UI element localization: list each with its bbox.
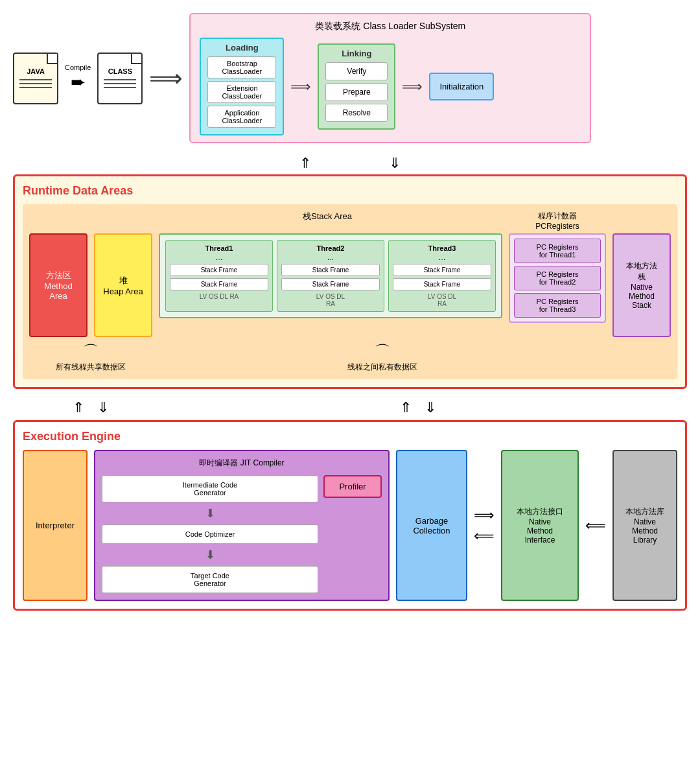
thread1-lv: LV OS DL RA: [170, 293, 268, 300]
method-area-label: 方法区Method Area: [36, 270, 81, 301]
thread2-col: Thread2 … Stack Frame Stack Frame LV OS …: [277, 240, 384, 312]
code-optimizer: Code Optimizer: [102, 524, 318, 544]
jit-arrow2: ⬇: [205, 548, 215, 562]
thread1-sf2: Stack Frame: [170, 278, 268, 290]
runtime-row: 方法区Method Area 堆Heap Area Thread1 … Stac…: [29, 233, 671, 337]
thread1-sf1: Stack Frame: [170, 264, 268, 276]
jit-compiler-box: 即时编译器 JIT Compiler Itermediate CodeGener…: [94, 450, 390, 601]
native-interface-to-library-arrow: ⟸: [585, 450, 606, 601]
execution-engine-section: Execution Engine Interpreter 即时编译器 JIT C…: [13, 420, 687, 611]
profiler-label: Profiler: [339, 482, 366, 491]
application-classloader: ApplicationClassLoader: [207, 106, 276, 128]
right-exec-arrows: ⇑ ⇓: [162, 399, 674, 416]
classloader-inner: Loading BootstrapClassLoader ExtensionCl…: [200, 38, 581, 135]
jit-inner: Itermediate CodeGenerator ⬇ Code Optimiz…: [102, 475, 382, 593]
thread3-lv: LV OS DLRA: [393, 293, 491, 307]
stack-area-block: Thread1 … Stack Frame Stack Frame LV OS …: [159, 233, 502, 337]
thread2-name: Thread2: [281, 244, 380, 252]
heap-area-label: 堆Heap Area: [103, 275, 143, 296]
classloader-title: 类装载系统 Class Loader SubSystem: [200, 21, 581, 32]
top-section: JAVA Compile ➨ CLASS ⟹ 类装载系统 Class Loade…: [13, 13, 687, 143]
initialization-label: Initialization: [439, 82, 484, 91]
classloader-box: 类装载系统 Class Loader SubSystem Loading Boo…: [189, 13, 591, 143]
linking-to-init-arrow: ⟹: [402, 78, 423, 95]
brace-labels: ⌒ ⌒: [29, 341, 671, 362]
thread3-name: Thread3: [393, 244, 491, 252]
thread2-lv: LV OS DLRA: [281, 293, 380, 307]
arrow-down-right: ⇓: [389, 155, 401, 172]
jit-arrow1: ⬇: [205, 506, 215, 521]
area-labels: 所有线程共享数据区 线程之间私有数据区: [29, 362, 671, 373]
garbage-collection-box: Garbage Collection: [396, 450, 467, 601]
target-code-generator: Target CodeGenerator: [102, 566, 318, 593]
interpreter-box: Interpreter: [23, 450, 88, 601]
native-interface-label: 本地方法接口NativeMethodInterface: [517, 506, 563, 545]
thread3-sf2: Stack Frame: [393, 278, 491, 290]
runtime-headers: 栈Stack Area 程序计数器 PCRegisters: [29, 211, 671, 231]
runtime-title: Runtime Data Areas: [23, 184, 677, 198]
pc-thread1: PC Registersfor Thread1: [514, 239, 601, 263]
loading-to-linking-arrow: ⟹: [290, 78, 311, 95]
stack-threads: Thread1 … Stack Frame Stack Frame LV OS …: [159, 233, 502, 318]
runtime-to-exec-arrows: ⇑ ⇓ ⇑ ⇓: [13, 399, 687, 416]
heap-area: 堆Heap Area: [94, 233, 152, 337]
exec-row: Interpreter 即时编译器 JIT Compiler Itermedia…: [23, 450, 677, 601]
native-library-label: 本地方法库NativeMethodLibrary: [625, 506, 664, 545]
private-label: 线程之间私有数据区: [159, 362, 606, 373]
jit-steps: Itermediate CodeGenerator ⬇ Code Optimiz…: [102, 475, 318, 593]
thread3-sf1: Stack Frame: [393, 264, 491, 276]
thread1-name: Thread1: [170, 244, 268, 252]
garbage-label: Garbage Collection: [402, 516, 461, 535]
native-method-stack-label: 本地方法栈NativeMethodStack: [626, 261, 657, 310]
interpreter-label: Interpreter: [36, 521, 75, 530]
native-method-stack: 本地方法栈NativeMethodStack: [612, 233, 671, 337]
pc-thread3: PC Registersfor Thread3: [514, 293, 601, 318]
prepare-item: Prepare: [325, 83, 388, 101]
linking-box: Linking Verify Prepare Resolve: [318, 43, 395, 130]
shared-label: 所有线程共享数据区: [29, 362, 152, 373]
thread1-col: Thread1 … Stack Frame Stack Frame LV OS …: [165, 240, 273, 312]
method-area: 方法区Method Area: [29, 233, 88, 337]
resolve-item: Resolve: [325, 104, 388, 122]
class-file-icon: CLASS: [97, 53, 143, 104]
native-interface-box: 本地方法接口NativeMethodInterface: [501, 450, 579, 601]
to-classloader-arrow: ⟹: [149, 65, 183, 92]
left-exec-arrows: ⇑ ⇓: [26, 399, 156, 416]
intermediate-code-generator: Itermediate CodeGenerator: [102, 475, 318, 502]
pc-thread2: PC Registersfor Thread2: [514, 266, 601, 290]
verify-item: Verify: [325, 62, 388, 80]
loading-title: Loading: [207, 43, 276, 53]
thread2-sf1: Stack Frame: [281, 264, 380, 276]
loading-box: Loading BootstrapClassLoader ExtensionCl…: [200, 38, 284, 135]
initialization-box: Initialization: [429, 73, 494, 100]
pc-title: 程序计数器 PCRegisters: [509, 211, 606, 231]
compile-arrow: Compile ➨: [65, 64, 91, 93]
jit-title: 即时编译器 JIT Compiler: [102, 458, 382, 469]
exec-title: Execution Engine: [23, 430, 677, 443]
thread2-sf2: Stack Frame: [281, 278, 380, 290]
pc-inner: PC Registersfor Thread1 PC Registersfor …: [509, 233, 606, 323]
native-library-box: 本地方法库NativeMethodLibrary: [612, 450, 677, 601]
extension-classloader: ExtensionClassLoader: [207, 81, 276, 103]
bootstrap-classloader: BootstrapClassLoader: [207, 56, 276, 78]
runtime-inner: 栈Stack Area 程序计数器 PCRegisters 方法区Method …: [23, 204, 677, 379]
compile-label: Compile: [65, 64, 91, 71]
top-to-runtime-arrows: ⇑ ⇓: [13, 155, 687, 172]
arrow-down-left: ⇑: [299, 155, 311, 172]
thread3-col: Thread3 … Stack Frame Stack Frame LV OS …: [388, 240, 496, 312]
linking-title: Linking: [325, 49, 388, 58]
stack-area-title: 栈Stack Area: [152, 211, 502, 231]
profiler-box: Profiler: [323, 475, 382, 498]
gc-native-arrows: ⟹ ⟸: [474, 450, 495, 601]
pc-block: PC Registersfor Thread1 PC Registersfor …: [509, 233, 606, 337]
left-brace: ⌒: [29, 341, 152, 362]
java-file-icon: JAVA: [13, 53, 58, 104]
right-brace: ⌒: [159, 341, 606, 362]
runtime-section: Runtime Data Areas 栈Stack Area 程序计数器 PCR…: [13, 174, 687, 389]
